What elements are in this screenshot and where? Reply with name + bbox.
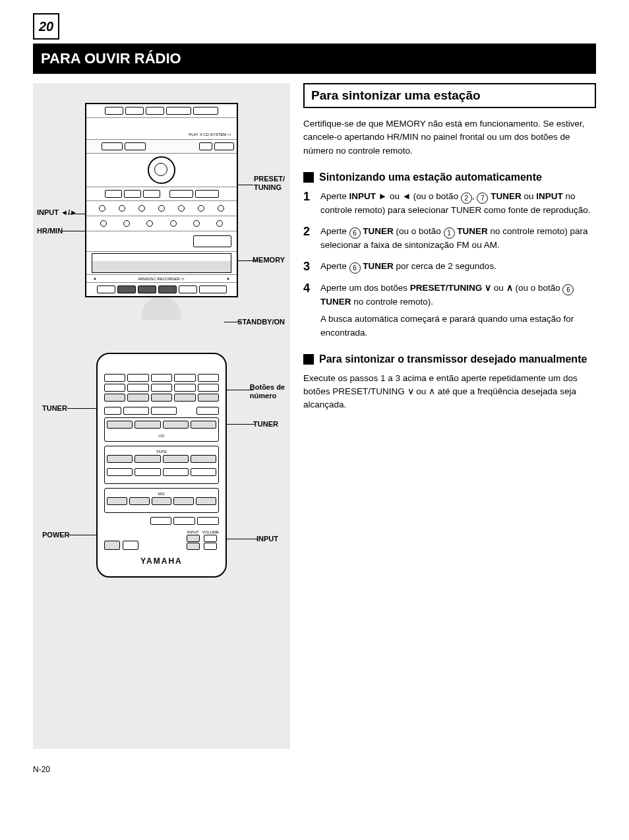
step-1: 1 Aperte INPUT ► ou ◄ (ou o botão 2, 7 T… xyxy=(303,190,596,217)
callout-hrmin: HR/MIN xyxy=(37,227,63,235)
chevron-down-icon: ∨ xyxy=(407,386,414,396)
callout-remote-numbers: Botões de número xyxy=(250,383,285,400)
circle-2-icon: 2 xyxy=(461,193,472,204)
chevron-up-icon: ∧ xyxy=(506,283,513,293)
callout-input-lr: INPUT ◄/► xyxy=(37,208,77,217)
callout-remote-tuner-top: TUNER xyxy=(42,404,67,413)
arrow-left-icon: ◄ xyxy=(402,191,411,201)
callout-standby: STANDBY/ON xyxy=(237,318,285,326)
diagram-panel: INPUT ◄/► PRESET/ TUNING MEMORY HR/MIN S… xyxy=(33,83,290,749)
arrow-right-icon: ► xyxy=(378,191,387,201)
main-unit-diagram: INPUT ◄/► PRESET/ TUNING MEMORY HR/MIN S… xyxy=(33,83,290,320)
main-unit-illustration: PLAY X·CD SYSTEM ▭ xyxy=(85,103,238,297)
step-number: 1 xyxy=(303,190,315,217)
page-number-badge: 20 xyxy=(33,13,59,40)
square-bullet-icon xyxy=(303,354,314,365)
section-heading: Para sintonizar uma estação xyxy=(303,83,596,108)
remote-brand-label: YAMAHA xyxy=(104,556,219,566)
callout-remote-tuner-side: TUNER xyxy=(253,420,278,429)
circle-6-icon: 6 xyxy=(349,227,361,239)
sub2-body: Execute os passos 1 a 3 acima e então ap… xyxy=(303,372,596,412)
page-title: PARA OUVIR RÁDIO xyxy=(33,44,596,74)
circle-6-icon: 6 xyxy=(349,262,361,274)
circle-1-icon: 1 xyxy=(444,227,455,239)
step-number: 2 xyxy=(303,225,315,252)
step-number: 4 xyxy=(303,282,315,340)
page-footer-number: N-20 xyxy=(33,765,596,774)
step-4: 4 Aperte um dos botões PRESET/TUNING ∨ o… xyxy=(303,282,596,340)
step-2: 2 Aperte 6 TUNER (ou o botão 1 TUNER no … xyxy=(303,225,596,252)
chevron-up-icon: ∧ xyxy=(429,386,435,396)
callout-remote-power: POWER xyxy=(42,531,70,539)
square-bullet-icon xyxy=(303,172,314,183)
step-4-continuation: A busca automática começará e parará qua… xyxy=(320,313,596,340)
circle-6-icon: 6 xyxy=(562,284,574,295)
callout-remote-input: INPUT xyxy=(256,535,278,543)
remote-illustration: CD TAPE MD xyxy=(96,353,227,578)
remote-diagram: Botões de número TUNER TUNER POWER INPUT xyxy=(33,353,290,578)
step-3: 3 Aperte 6 TUNER por cerca de 2 segundos… xyxy=(303,260,596,274)
sub1-heading: Sintonizando uma estação automaticamente xyxy=(303,171,596,185)
intro-paragraph: Certifique-se de que MEMORY não está em … xyxy=(303,117,596,158)
callout-memory: MEMORY xyxy=(253,256,285,264)
sub2-heading: Para sintonizar o transmissor desejado m… xyxy=(303,353,596,367)
callout-preset-tuning: PRESET/ TUNING xyxy=(254,175,285,192)
chevron-down-icon: ∨ xyxy=(485,283,491,293)
step-number: 3 xyxy=(303,260,315,274)
circle-7-icon: 7 xyxy=(477,193,488,204)
